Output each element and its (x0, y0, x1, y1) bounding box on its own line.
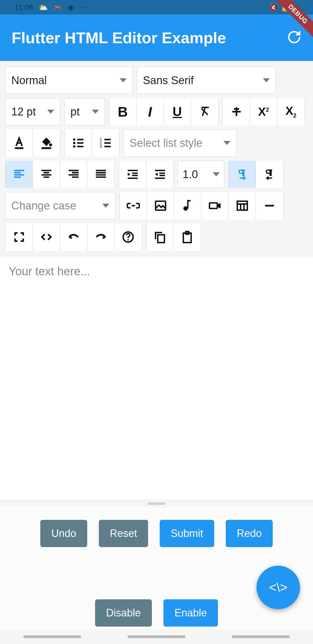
svg-point-1 (49, 143, 52, 146)
line-height-label: 1.0 (183, 168, 198, 181)
script-group: X2 X2 (223, 98, 305, 125)
xbox-icon: ◉ (68, 3, 74, 12)
chevron-down-icon (120, 78, 127, 82)
more-icon: ⋯ (79, 3, 87, 12)
paste-icon (181, 230, 194, 244)
enable-button[interactable]: Enable (163, 599, 218, 627)
indent-group (119, 161, 174, 188)
undo-icon (67, 230, 80, 244)
svg-point-4 (73, 142, 75, 144)
text-color-icon (12, 136, 26, 150)
paste-button[interactable] (174, 223, 201, 251)
nav-home[interactable] (128, 635, 185, 638)
change-case-dropdown[interactable]: Change case (5, 192, 115, 219)
indent-increase-button[interactable] (119, 161, 146, 188)
svg-rect-0 (15, 147, 23, 149)
app-bar: Flutter HTML Editor Example (0, 15, 313, 61)
numbered-list-button[interactable]: 123 (92, 129, 119, 157)
chevron-down-icon (213, 172, 220, 176)
reset-button[interactable]: Reset (99, 520, 148, 547)
font-family-label: Sans Serif (143, 74, 194, 87)
align-left-button[interactable] (6, 161, 33, 188)
text-color-button[interactable] (6, 129, 33, 157)
strikethrough-icon (230, 105, 243, 118)
paragraph-style-dropdown[interactable]: Normal (5, 67, 133, 94)
table-button[interactable] (229, 192, 256, 219)
chevron-down-icon (223, 141, 230, 145)
copy-button[interactable] (146, 223, 174, 251)
game-icon: 🎮 (53, 3, 62, 12)
change-case-label: Change case (11, 200, 76, 212)
align-center-button[interactable] (33, 161, 60, 188)
fullscreen-button[interactable] (6, 223, 33, 251)
align-group (5, 161, 115, 188)
disable-button[interactable]: Disable (95, 599, 152, 627)
align-center-icon (40, 168, 53, 181)
svg-rect-12 (237, 201, 247, 210)
codeview-button[interactable] (33, 223, 60, 251)
direction-group (228, 161, 283, 188)
text-style-group: B I U (109, 98, 219, 125)
undo-button[interactable]: Undo (40, 520, 87, 547)
bullet-list-icon (71, 136, 85, 150)
svg-point-14 (128, 239, 129, 240)
drag-handle-icon (148, 503, 165, 504)
align-justify-button[interactable] (87, 161, 114, 188)
video-icon (208, 199, 222, 212)
undo-toolbar-button[interactable] (60, 223, 87, 251)
fill-color-icon (39, 136, 54, 150)
hr-button[interactable] (256, 192, 283, 219)
refresh-button[interactable] (287, 30, 301, 46)
editor-placeholder: Your text here... (9, 265, 304, 278)
list-style-dropdown[interactable]: Select list style (123, 129, 236, 157)
numbered-list-icon: 123 (99, 136, 112, 150)
redo-toolbar-button[interactable] (87, 223, 114, 251)
music-note-icon (181, 199, 194, 212)
indent-decrease-button[interactable] (146, 161, 174, 188)
audio-button[interactable] (174, 192, 201, 219)
font-size-dropdown[interactable]: 12 pt (5, 98, 60, 125)
bold-button[interactable]: B (109, 98, 137, 125)
underline-button[interactable]: U (164, 98, 191, 125)
code-brackets-icon: <\> (269, 580, 287, 595)
chevron-down-icon (102, 204, 109, 208)
align-right-button[interactable] (60, 161, 87, 188)
superscript-button[interactable]: X2 (250, 98, 277, 125)
link-icon (127, 199, 140, 212)
refresh-icon (287, 30, 301, 44)
subscript-button[interactable]: X2 (277, 98, 305, 125)
rtl-button[interactable] (256, 161, 283, 188)
clear-format-button[interactable] (191, 98, 218, 125)
italic-button[interactable]: I (137, 98, 164, 125)
fullscreen-icon (13, 231, 25, 243)
video-button[interactable] (201, 192, 229, 219)
strikethrough-button[interactable] (223, 98, 250, 125)
weather-icon: ⛅ (39, 3, 48, 12)
image-button[interactable] (147, 192, 174, 219)
submit-button[interactable]: Submit (160, 520, 214, 547)
align-left-icon (12, 168, 26, 181)
highlight-color-button[interactable] (33, 129, 60, 157)
mute-icon: 🔇 (269, 3, 278, 12)
font-family-dropdown[interactable]: Sans Serif (137, 67, 276, 94)
code-icon (40, 230, 53, 244)
editor-content[interactable]: Your text here... (0, 256, 313, 500)
font-size-label: 12 pt (11, 106, 36, 118)
fab-code-button[interactable]: <\> (256, 566, 300, 609)
indent-increase-icon (126, 168, 139, 181)
chevron-down-icon (263, 78, 270, 82)
bullet-list-button[interactable] (65, 129, 92, 157)
resize-handle[interactable] (0, 500, 313, 507)
redo-button[interactable]: Redo (226, 520, 273, 547)
link-button[interactable] (120, 192, 147, 219)
svg-text:3: 3 (100, 144, 102, 149)
chevron-down-icon (92, 110, 99, 114)
nav-recent[interactable] (23, 635, 81, 638)
status-time: 11:06 (14, 3, 33, 12)
line-height-dropdown[interactable]: 1.0 (178, 161, 224, 188)
nav-back[interactable] (232, 635, 290, 638)
help-button[interactable] (114, 223, 142, 251)
ltr-button[interactable] (229, 161, 256, 188)
font-unit-dropdown[interactable]: pt (64, 98, 105, 125)
align-justify-icon (94, 168, 108, 181)
